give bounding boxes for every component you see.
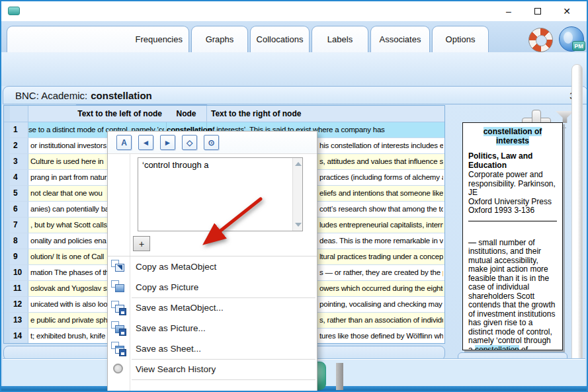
tab-label: Labels — [327, 34, 353, 44]
right-context-text: s, attitudes and values that influence s… — [319, 154, 443, 169]
menu-item[interactable]: Save as MetaObject... — [108, 297, 317, 318]
app-icon — [8, 7, 20, 15]
minimize-button[interactable]: – — [494, 2, 523, 20]
citation-excerpt: — small number of institutions, and thei… — [468, 239, 557, 351]
tab-strip: FrequenciesGraphsCollocationsLabelsAssoc… — [1, 21, 587, 53]
right-context-text: deas. This is the more remarkable in vie — [319, 233, 443, 249]
menu-item[interactable]: Copy as Picture — [108, 277, 317, 297]
citation-title: constellation of interests — [468, 128, 557, 145]
row-number: 12 — [10, 297, 28, 312]
citation-divider — [468, 221, 557, 221]
row-number: 9 — [10, 249, 28, 264]
tab-label: Graphs — [206, 34, 234, 44]
right-context-text: practices (including forms of alchemy an… — [319, 170, 443, 185]
left-context-text: mation The phases of th — [30, 265, 109, 280]
right-context-text: cott’s research show that among the top — [319, 202, 443, 217]
close-button[interactable]: ✕ — [552, 2, 581, 20]
popup-toolbar: A◄►◇⊙ — [108, 132, 317, 154]
tab[interactable]: Collocations — [250, 26, 310, 52]
tab[interactable]: Frequencies — [7, 26, 189, 52]
search-previous-icon: ◄ — [142, 138, 150, 147]
tab[interactable]: Labels — [312, 26, 368, 52]
table-header-row: Text to the left of node Node Text to th… — [4, 106, 444, 122]
menu-item-label: Copy as MetaObject — [136, 262, 216, 272]
scroll-up-icon[interactable] — [295, 162, 302, 166]
textbox-scrollbar[interactable] — [292, 158, 302, 231]
left-context-text: e public and private sph — [30, 313, 108, 328]
find-list-icon: ⊙ — [208, 138, 214, 147]
right-context-text: tures like those defined by Wölflinn whe… — [319, 329, 443, 344]
left-context-text: Culture is used here in — [30, 154, 103, 169]
tab[interactable]: Associates — [370, 26, 430, 52]
query-header: BNC: Academic: constellation 33 — [3, 86, 588, 104]
maximize-button[interactable] — [523, 2, 552, 20]
row-number: 10 — [10, 265, 28, 280]
popup-toolbar-button[interactable]: A — [116, 135, 132, 150]
menu-item[interactable]: Save as Picture... — [108, 318, 317, 338]
tag-icon: ◇ — [187, 138, 192, 147]
menu-item[interactable]: View Search History — [108, 359, 317, 379]
copy-picture-icon — [110, 280, 126, 295]
row-number: 7 — [10, 217, 28, 233]
menu-item[interactable]: Copy as MetaObject — [108, 256, 317, 277]
menu-item[interactable]: Save as Sheet... — [108, 338, 317, 359]
row-number-header — [10, 106, 28, 122]
right-context-text: s — or rather, they are created by the p — [319, 265, 443, 280]
left-context-text: or institutional investors — [30, 138, 106, 153]
left-context-text: onality and policies ena — [30, 233, 106, 249]
save-picture-icon — [110, 321, 126, 336]
save-metaobject-icon — [110, 300, 126, 315]
corpus-label: BNC: Academic: — [15, 90, 87, 101]
tab-label: Options — [446, 34, 476, 44]
tab-label: Associates — [380, 34, 421, 44]
popup-toolbar-button[interactable]: ◄ — [138, 135, 153, 150]
citation-year-pages: Oxford 1993 3-136 — [468, 206, 557, 216]
right-context-text: his constellation of interests includes … — [319, 138, 443, 153]
citation-heading: Politics, Law and Education — [468, 152, 557, 170]
right-context-text: s, rather than an association of individ… — [319, 313, 443, 328]
right-context-text: pointing, vocalising and checking may be — [319, 297, 443, 312]
tab[interactable]: Graphs — [191, 26, 248, 52]
right-context-text: ltural practices trading under a concept… — [319, 249, 443, 264]
node-header[interactable]: Node — [166, 106, 207, 122]
search-term: constellation — [91, 90, 152, 101]
row-number: 11 — [10, 281, 28, 296]
citation-panel: constellation of interests Politics, Law… — [462, 122, 563, 350]
maximize-icon — [534, 8, 541, 15]
right-context-text: eliefs and intentions that someone like … — [319, 186, 443, 201]
search-next-icon: ► — [164, 138, 172, 147]
row-number: 6 — [10, 202, 28, 217]
row-number: 3 — [10, 154, 28, 169]
left-context-text: olution/ It is one of Call — [30, 249, 104, 264]
font-icon: A — [121, 138, 127, 147]
menu-item-label: View Search History — [136, 364, 216, 374]
left-context-text: not clear that one wou — [30, 186, 103, 201]
left-context-text: unicated with is also loo — [30, 297, 107, 312]
row-number: 8 — [10, 233, 28, 249]
popup-toolbar-button[interactable]: ◇ — [182, 135, 197, 150]
tab[interactable]: Options — [432, 26, 489, 52]
right-context-text: ludes entrepreneurial capitalists, inter… — [319, 217, 443, 233]
menu-list: Copy as MetaObject Copy as Picture Save … — [108, 256, 317, 379]
left-context-text: oslovak and Yugoslav st — [30, 281, 109, 296]
add-context-button[interactable]: + — [133, 236, 150, 251]
menu-item-label: Copy as Picture — [136, 282, 198, 292]
save-sheet-icon — [110, 341, 126, 356]
scroll-down-icon[interactable] — [295, 223, 302, 227]
left-context-header[interactable]: Text to the left of node — [28, 106, 166, 122]
citation-publisher: Oxford University Press — [468, 198, 557, 207]
right-context-header[interactable]: Text to the right of node — [207, 106, 444, 122]
menu-item-label: Save as Sheet... — [136, 344, 201, 354]
toolbar: A⁻ A⁺ A ⚙ Collocations ▼ ... — [1, 53, 587, 86]
tab-label: Frequencies — [135, 34, 183, 44]
left-context-text: anies) can potentially ba — [30, 202, 109, 217]
window-vertical-scrollbar[interactable] — [571, 64, 583, 366]
popup-toolbar-button[interactable]: ⊙ — [204, 135, 219, 150]
help-lifebuoy-icon[interactable] — [528, 28, 553, 52]
row-number: 5 — [10, 186, 28, 201]
red-arrow-annotation — [180, 183, 273, 256]
citation-source: Corporate power and responsibility. Park… — [468, 171, 557, 198]
left-context-text: prang in part from natur — [30, 170, 106, 185]
popup-toolbar-button[interactable]: ► — [160, 135, 175, 150]
right-context-text: owers which occurred during the eightee — [319, 281, 443, 296]
